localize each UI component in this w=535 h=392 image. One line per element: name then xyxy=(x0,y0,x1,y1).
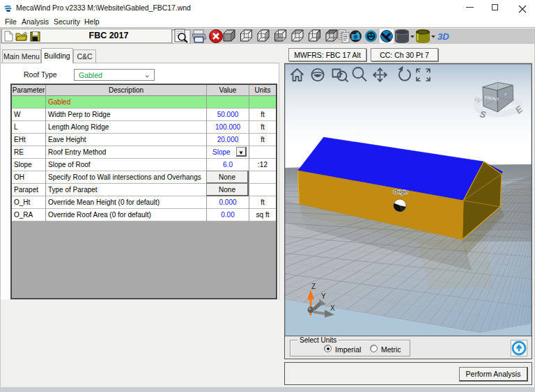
svg-text:Z: Z xyxy=(311,283,316,290)
svg-text:Y: Y xyxy=(321,292,326,300)
svg-text:3D: 3D xyxy=(437,31,449,42)
svg-text:Origin: Origin xyxy=(393,189,408,195)
svg-text:X: X xyxy=(330,304,335,312)
